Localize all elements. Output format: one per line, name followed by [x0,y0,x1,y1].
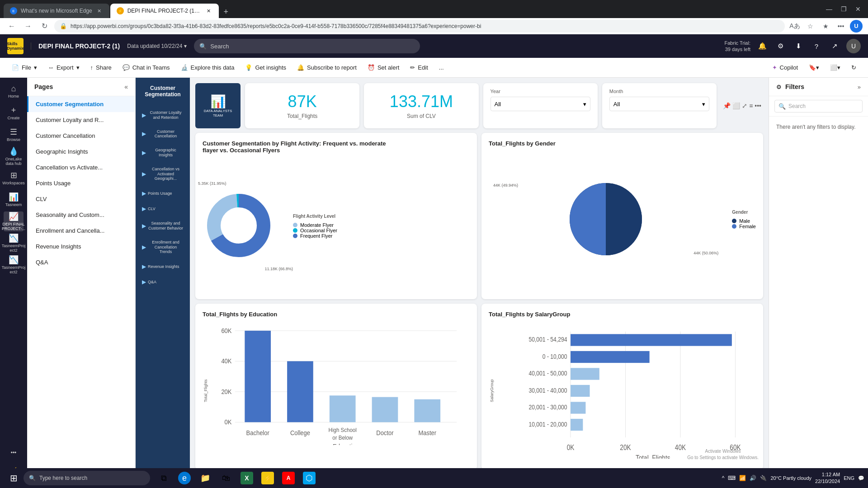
page-item-geographic[interactable]: Geographic Insights [27,144,135,160]
pages-collapse-button[interactable]: « [124,83,128,90]
download-icon[interactable]: ⬇ [792,40,805,52]
more-icon[interactable]: ••• [835,20,847,33]
page-item-points[interactable]: Points Usage [27,175,135,191]
legend-moderate: Moderate Flyer [293,222,337,228]
subscribe-button[interactable]: 🔔 Subscribe to report [292,61,361,75]
notifications-btn[interactable]: 💬 [858,475,864,481]
nav-tasneem[interactable]: 📊 Tasneem [4,190,24,210]
edit-button[interactable]: ✏ Edit [406,61,432,75]
pie-label-male: 44K (50.06%) [693,251,718,255]
pages-panel: Pages « Customer Segmentation Customer L… [27,78,136,488]
translate-icon[interactable]: Aあ [788,20,801,33]
month-filter-select[interactable]: All ▾ [609,97,709,111]
share-icon[interactable]: ↗ [828,40,841,52]
minimize-button[interactable]: — [823,3,835,15]
nav-onelake[interactable]: 💧 OneLake data hub [4,146,24,166]
pin-icon[interactable]: 📌 [723,102,731,109]
chat-button[interactable]: 💬 Chat in Teams [118,61,175,75]
explore-button[interactable]: 🔬 Explore this data [176,61,239,75]
nav-tasneem2b[interactable]: 📉 TasneemProj ect2 [4,255,24,275]
insights-button[interactable]: 💡 Get insights [241,61,291,75]
nav-page-seasonality[interactable]: ▶ Seasonality and Customer Behavior [139,217,186,235]
collections-icon[interactable]: ★ [819,20,832,33]
nav-home[interactable]: ⌂ Home [4,81,24,101]
store-icon: 🛍 [220,472,232,484]
page-item-cancellation[interactable]: Customer Cancellation [27,128,135,144]
nav-page-clv[interactable]: ▶ CLV [139,202,186,216]
edge-tab-close[interactable]: ✕ [96,7,103,14]
refresh-button[interactable]: ↻ [38,20,51,33]
nav-page-revenue[interactable]: ▶ Revenue Insights [139,260,186,273]
export-button[interactable]: ↔ Export ▾ [43,61,84,75]
url-bar[interactable]: 🔒 https://app.powerbi.com/groups/0c3bda8… [54,20,785,33]
share-button[interactable]: ↑ Share [86,61,116,75]
start-button[interactable]: ⊞ [4,468,24,488]
taskbar-app-explorer[interactable]: 📁 [195,468,215,488]
tray-up-icon[interactable]: ^ [722,475,725,481]
forward-button[interactable]: → [22,20,34,33]
filters-expand-button[interactable]: » [858,84,861,90]
page-item-cancel-activ[interactable]: Cancellation vs Activate... [27,160,135,175]
file-button[interactable]: 📄 File ▾ [7,61,42,75]
user-avatar[interactable]: U [846,39,861,53]
alert-button[interactable]: ⏰ Set alert [363,61,404,75]
settings-icon[interactable]: ⚙ [774,40,787,52]
page-item-seasonality[interactable]: Seasonality and Custom... [27,207,135,223]
bar-chart-title: Total_Flights by Education [203,311,470,318]
taskbar-app-pbi[interactable]: ⚡ [258,468,278,488]
focus-icon[interactable]: ⬜ [732,102,740,109]
copilot-button[interactable]: ✦ Copilot [768,61,802,75]
bar-y-axis-label: Total_Flights [203,323,209,459]
nav-page-cancel-geo[interactable]: ▶ Cancellation vs Activated Geographi... [139,163,186,185]
nav-page-points[interactable]: ▶ Points Usage [139,187,186,200]
maximize-button[interactable]: ❐ [837,3,850,15]
filter-icon[interactable]: ≡ [749,102,753,109]
close-button[interactable]: ✕ [852,3,864,15]
taskbar-app-adobe[interactable]: A [278,468,298,488]
bookmark-button[interactable]: 🔖▾ [804,61,824,75]
filters-search-box[interactable]: 🔍 Search [774,100,863,113]
notification-icon[interactable]: 🔔 [756,40,769,52]
view-button[interactable]: ⬜▾ [826,61,845,75]
nav-page-enrollment[interactable]: ▶ Enrollment and Cancellation Trends [139,236,186,258]
page-item-enrollment[interactable]: Enrollment and Cancella... [27,223,135,239]
help-icon[interactable]: ? [810,40,823,52]
back-button[interactable]: ← [5,20,18,33]
nav-browse[interactable]: ☰ Browse [4,125,24,145]
more-options-icon[interactable]: ••• [755,102,761,109]
more-button[interactable]: ... [434,61,448,75]
nav-depi[interactable]: 📈 DEPI FINAL PROJECT-... [4,211,24,231]
page-item-clv[interactable]: CLV [27,191,135,207]
refresh-report-button[interactable]: ↻ [847,61,861,75]
edge-tab-title: What's new in Microsoft Edge [21,8,92,14]
nav-workspaces[interactable]: ⊞ Workspaces [4,168,24,188]
taskbar-app-excel[interactable]: X [237,468,257,488]
pbi-search-bar[interactable]: 🔍 Search [194,39,420,53]
year-filter-select[interactable]: All ▾ [491,97,590,111]
nav-more[interactable]: ••• [4,443,24,463]
nav-page-cancellation[interactable]: ▶ Customer Cancellation [139,126,186,143]
taskbar-app-edge[interactable]: e [175,468,194,488]
taskbar-app-other[interactable]: ⬡ [299,468,319,488]
nav-tasneem2[interactable]: 📉 TasneemProj ect2 [4,233,24,253]
taskbar-search[interactable]: 🔍 Type here to search [24,471,150,485]
taskbar-app-taskview[interactable]: ⧉ [154,468,174,488]
new-tab-button[interactable]: + [220,5,232,18]
pbi-tab-close[interactable]: ✕ [205,7,212,14]
page-item-revenue[interactable]: Revenue Insights [27,239,135,254]
data-updated-chevron[interactable]: ▾ [184,43,187,49]
star-icon[interactable]: ☆ [804,20,816,33]
expand-icon[interactable]: ⤢ [742,102,747,109]
taskbar-app-store[interactable]: 🛍 [216,468,236,488]
nav-page-loyalty[interactable]: ▶ Customer Loyalty and Retention [139,107,186,124]
browser-tab-pbi[interactable]: ⚡ DEPI FINAL PROJECT-2 (1) - Powe... ✕ [110,4,219,18]
browser-tab-edge[interactable]: E What's new in Microsoft Edge ✕ [4,4,109,18]
page-item-customer-segmentation[interactable]: Customer Segmentation [27,96,135,112]
excel-icon: X [241,472,253,484]
nav-page-qa[interactable]: ▶ Q&A [139,275,186,289]
nav-page-geographic[interactable]: ▶ Geographic Insights [139,144,186,161]
page-item-qa[interactable]: Q&A [27,254,135,270]
nav-create[interactable]: + Create [4,103,24,123]
page-item-loyalty[interactable]: Customer Loyalty and R... [27,112,135,128]
profile-icon[interactable]: U [850,20,863,33]
